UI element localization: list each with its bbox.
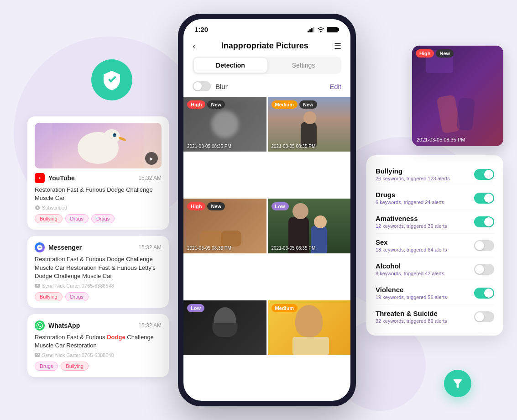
filter-button[interactable] <box>444 370 471 397</box>
settings-row-amativeness[interactable]: Amativeness 12 keywords, triggered 36 al… <box>376 210 494 234</box>
settings-label-sex: Sex <box>376 238 447 246</box>
youtube-card-header: YouTube 15:32 AM <box>35 173 162 183</box>
tab-detection[interactable]: Detection <box>194 58 267 73</box>
battery-icon <box>327 26 339 33</box>
settings-sublabel-suicide[interactable]: 32 keywords, triggered 86 alerts <box>376 318 447 324</box>
youtube-card-image: ▶ <box>35 123 162 168</box>
svg-rect-10 <box>327 27 338 32</box>
settings-row-suicide[interactable]: Threaten & Suicide 32 keywords, triggere… <box>376 305 494 328</box>
settings-sublabel-alcohol[interactable]: 8 keywords, triggered 42 alerts <box>376 271 444 276</box>
messenger-card-header: Messenger 15:32 AM <box>35 242 162 252</box>
tag-bullying: Bullying <box>35 292 63 301</box>
tag-drugs-1: Drugs <box>65 214 89 223</box>
toggle-sex[interactable] <box>474 240 494 251</box>
blur-label: Blur <box>193 81 228 91</box>
settings-sublabel-drugs[interactable]: 6 keywords, triggered 24 alerts <box>376 200 444 205</box>
messenger-tags: Bullying Drugs <box>35 292 162 301</box>
badge-new-1: New <box>207 100 225 109</box>
settings-info-bullying: Bullying 26 keywords, triggered 123 aler… <box>376 167 450 181</box>
toggle-alcohol[interactable] <box>474 264 494 275</box>
photo-cell-2[interactable]: Medium New 2021-03-05 08:35 PM <box>268 97 351 152</box>
photo-timestamp-4: 2021-03-05 08:35 PM <box>272 246 316 251</box>
phone-header: ‹ Inappropriate Pictures ☰ <box>183 37 350 57</box>
blur-row: Blur Edit <box>183 79 350 97</box>
settings-row-bullying[interactable]: Bullying 26 keywords, triggered 123 aler… <box>376 163 494 186</box>
tag-drugs: Drugs <box>65 292 89 301</box>
settings-info-alcohol: Alcohol 8 keywords, triggered 42 alerts <box>376 262 444 276</box>
status-bar: 1:20 <box>183 19 350 37</box>
photo-badges-5: Low <box>187 304 204 312</box>
whatsapp-notification-card[interactable]: WhatsApp 15:32 AM Restoration Fast & Fur… <box>27 314 169 377</box>
edit-link[interactable]: Edit <box>329 83 341 90</box>
photo-cell-4[interactable]: Low 2021-03-05 08:35 PM <box>268 199 351 253</box>
photo-cell-5[interactable]: Low <box>183 300 266 355</box>
messenger-source: Messenger <box>35 242 82 252</box>
svg-rect-8 <box>313 27 314 32</box>
settings-row-sex[interactable]: Sex 18 keywords, triggered 64 alerts <box>376 234 494 257</box>
settings-row-drugs[interactable]: Drugs 6 keywords, triggered 24 alerts <box>376 186 494 210</box>
settings-info-amativeness: Amativeness 12 keywords, triggered 36 al… <box>376 215 447 229</box>
photo-cell-3[interactable]: High New 2021-03-05 08:35 PM <box>183 199 266 253</box>
svg-point-2 <box>104 129 120 144</box>
toggle-drugs[interactable] <box>474 193 494 204</box>
whatsapp-card-header: WhatsApp 15:32 AM <box>35 320 162 331</box>
tag-drugs: Drugs <box>35 362 58 371</box>
badge-medium-2: Medium <box>272 100 298 109</box>
back-icon[interactable]: ‹ <box>193 41 196 51</box>
youtube-notification-card[interactable]: ▶ YouTube 15:32 AM Restoration Fast & Fu… <box>27 116 169 230</box>
photo-badges-1: High New <box>187 100 225 109</box>
photo-badges-6: Medium <box>272 304 298 312</box>
phone-device: 1:20 <box>178 14 356 406</box>
settings-info-sex: Sex 18 keywords, triggered 64 alerts <box>376 238 447 252</box>
svg-rect-6 <box>309 29 311 32</box>
expanded-timestamp: 2021-03-05 08:35 PM <box>417 137 465 142</box>
messenger-subtitle: Send Nick Carter 0765-6388548 <box>35 283 162 289</box>
photo-cell-1[interactable]: High New 2021-03-05 08:35 PM <box>183 97 266 152</box>
badge-low-4: Low <box>272 202 289 210</box>
phone-title: Inappropriate Pictures <box>221 41 308 51</box>
photo-cell-6[interactable]: Medium <box>268 300 351 355</box>
messenger-icon <box>35 242 45 252</box>
whatsapp-icon <box>35 320 45 331</box>
whatsapp-tags: Drugs Bullying <box>35 362 162 371</box>
settings-info-violence: Violence 19 keywords, triggered 56 alert… <box>376 286 447 300</box>
toggle-amativeness[interactable] <box>474 216 494 227</box>
settings-label-violence: Violence <box>376 286 447 294</box>
whatsapp-title: Restoration Fast & Furious Dodge Challen… <box>35 333 162 350</box>
settings-label-alcohol: Alcohol <box>376 262 444 270</box>
whatsapp-subtitle: Send Nick Carter 0765-6388548 <box>35 352 162 358</box>
svg-rect-5 <box>308 31 309 32</box>
youtube-subtitle: Subscribed <box>35 205 162 210</box>
youtube-thumbnail: ▶ <box>35 123 162 168</box>
expanded-photo-card[interactable]: High New 2021-03-05 08:35 PM <box>412 46 503 146</box>
settings-sublabel-violence[interactable]: 19 keywords, triggered 56 alerts <box>376 294 447 300</box>
svg-rect-11 <box>338 28 339 31</box>
settings-sublabel-sex[interactable]: 18 keywords, triggered 64 alerts <box>376 247 447 252</box>
settings-sublabel-bullying[interactable]: 26 keywords, triggered 123 alerts <box>376 176 450 181</box>
toggle-bullying[interactable] <box>474 169 494 180</box>
badge-new-2: New <box>299 100 317 109</box>
tag-bullying: Bullying <box>35 214 63 223</box>
tag-drugs-2: Drugs <box>91 214 115 223</box>
settings-row-violence[interactable]: Violence 19 keywords, triggered 56 alert… <box>376 281 494 305</box>
messenger-notification-card[interactable]: Messenger 15:32 AM Restoration Fast & Fu… <box>27 236 169 308</box>
toggle-suicide[interactable] <box>474 311 494 322</box>
settings-sublabel-amativeness[interactable]: 12 keywords, triggered 36 alerts <box>376 223 447 229</box>
youtube-label: YouTube <box>48 174 75 182</box>
tab-settings[interactable]: Settings <box>267 58 340 73</box>
menu-icon[interactable]: ☰ <box>334 41 341 51</box>
tab-bar[interactable]: Detection Settings <box>193 57 341 74</box>
messenger-title: Restoration Fast & Furious Dodge Challen… <box>35 255 162 280</box>
photo-timestamp-2: 2021-03-05 08:35 PM <box>272 144 316 149</box>
messenger-time: 15:32 AM <box>138 244 162 251</box>
settings-label-drugs: Drugs <box>376 191 444 199</box>
expanded-badge-new: New <box>436 49 454 58</box>
photo-badges-4: Low <box>272 202 289 210</box>
youtube-time: 15:32 AM <box>138 175 162 181</box>
blur-toggle[interactable] <box>193 81 211 91</box>
settings-row-alcohol[interactable]: Alcohol 8 keywords, triggered 42 alerts <box>376 257 494 281</box>
messenger-label: Messenger <box>48 244 82 251</box>
settings-card: Bullying 26 keywords, triggered 123 aler… <box>366 155 503 336</box>
play-button[interactable]: ▶ <box>145 152 158 165</box>
toggle-violence[interactable] <box>474 288 494 299</box>
